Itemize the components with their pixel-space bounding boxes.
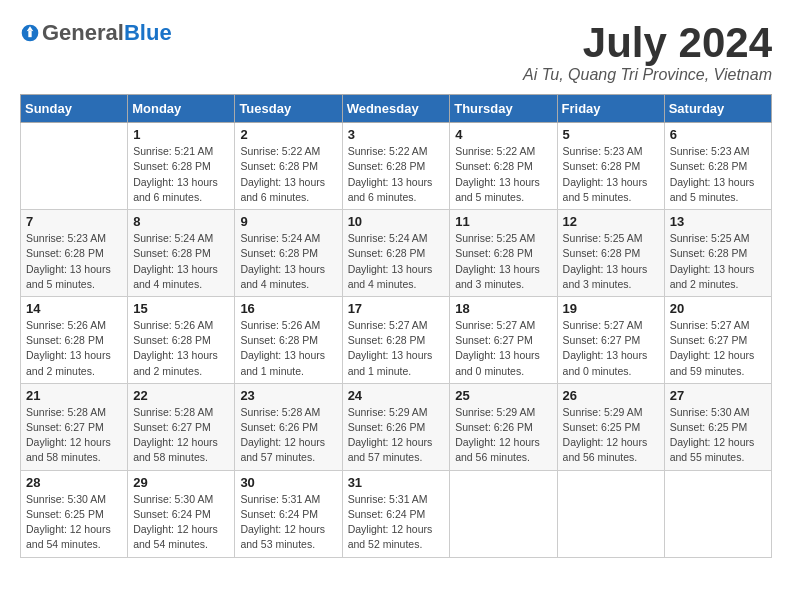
- day-info: Sunrise: 5:22 AM Sunset: 6:28 PM Dayligh…: [348, 144, 445, 205]
- day-number: 31: [348, 475, 445, 490]
- calendar-cell: 15Sunrise: 5:26 AM Sunset: 6:28 PM Dayli…: [128, 296, 235, 383]
- day-header-tuesday: Tuesday: [235, 95, 342, 123]
- calendar-week-4: 21Sunrise: 5:28 AM Sunset: 6:27 PM Dayli…: [21, 383, 772, 470]
- calendar-cell: 13Sunrise: 5:25 AM Sunset: 6:28 PM Dayli…: [664, 210, 771, 297]
- day-number: 1: [133, 127, 229, 142]
- day-info: Sunrise: 5:24 AM Sunset: 6:28 PM Dayligh…: [133, 231, 229, 292]
- location-text: Ai Tu, Quang Tri Province, Vietnam: [523, 66, 772, 84]
- logo-general-text: General: [42, 20, 124, 46]
- calendar-cell: 8Sunrise: 5:24 AM Sunset: 6:28 PM Daylig…: [128, 210, 235, 297]
- day-info: Sunrise: 5:22 AM Sunset: 6:28 PM Dayligh…: [240, 144, 336, 205]
- calendar-cell: 7Sunrise: 5:23 AM Sunset: 6:28 PM Daylig…: [21, 210, 128, 297]
- calendar-cell: 25Sunrise: 5:29 AM Sunset: 6:26 PM Dayli…: [450, 383, 557, 470]
- calendar-cell: [664, 470, 771, 557]
- day-info: Sunrise: 5:27 AM Sunset: 6:27 PM Dayligh…: [563, 318, 659, 379]
- page-header: General Blue July 2024 Ai Tu, Quang Tri …: [20, 20, 772, 84]
- day-number: 29: [133, 475, 229, 490]
- calendar-cell: 4Sunrise: 5:22 AM Sunset: 6:28 PM Daylig…: [450, 123, 557, 210]
- calendar-cell: 6Sunrise: 5:23 AM Sunset: 6:28 PM Daylig…: [664, 123, 771, 210]
- calendar-cell: 19Sunrise: 5:27 AM Sunset: 6:27 PM Dayli…: [557, 296, 664, 383]
- day-info: Sunrise: 5:29 AM Sunset: 6:26 PM Dayligh…: [455, 405, 551, 466]
- calendar-cell: 18Sunrise: 5:27 AM Sunset: 6:27 PM Dayli…: [450, 296, 557, 383]
- day-number: 28: [26, 475, 122, 490]
- day-info: Sunrise: 5:30 AM Sunset: 6:25 PM Dayligh…: [670, 405, 766, 466]
- day-number: 19: [563, 301, 659, 316]
- day-info: Sunrise: 5:25 AM Sunset: 6:28 PM Dayligh…: [455, 231, 551, 292]
- day-number: 25: [455, 388, 551, 403]
- calendar-cell: 29Sunrise: 5:30 AM Sunset: 6:24 PM Dayli…: [128, 470, 235, 557]
- calendar-cell: 24Sunrise: 5:29 AM Sunset: 6:26 PM Dayli…: [342, 383, 450, 470]
- svg-rect-1: [28, 31, 31, 38]
- day-number: 15: [133, 301, 229, 316]
- day-info: Sunrise: 5:27 AM Sunset: 6:27 PM Dayligh…: [455, 318, 551, 379]
- day-info: Sunrise: 5:28 AM Sunset: 6:26 PM Dayligh…: [240, 405, 336, 466]
- day-info: Sunrise: 5:25 AM Sunset: 6:28 PM Dayligh…: [670, 231, 766, 292]
- calendar-cell: 22Sunrise: 5:28 AM Sunset: 6:27 PM Dayli…: [128, 383, 235, 470]
- calendar-cell: 14Sunrise: 5:26 AM Sunset: 6:28 PM Dayli…: [21, 296, 128, 383]
- day-number: 8: [133, 214, 229, 229]
- calendar-cell: 3Sunrise: 5:22 AM Sunset: 6:28 PM Daylig…: [342, 123, 450, 210]
- calendar-cell: 26Sunrise: 5:29 AM Sunset: 6:25 PM Dayli…: [557, 383, 664, 470]
- calendar-week-3: 14Sunrise: 5:26 AM Sunset: 6:28 PM Dayli…: [21, 296, 772, 383]
- day-number: 10: [348, 214, 445, 229]
- calendar-cell: 11Sunrise: 5:25 AM Sunset: 6:28 PM Dayli…: [450, 210, 557, 297]
- day-info: Sunrise: 5:26 AM Sunset: 6:28 PM Dayligh…: [133, 318, 229, 379]
- day-info: Sunrise: 5:30 AM Sunset: 6:24 PM Dayligh…: [133, 492, 229, 553]
- calendar-cell: [557, 470, 664, 557]
- calendar-cell: 5Sunrise: 5:23 AM Sunset: 6:28 PM Daylig…: [557, 123, 664, 210]
- day-number: 30: [240, 475, 336, 490]
- day-info: Sunrise: 5:31 AM Sunset: 6:24 PM Dayligh…: [240, 492, 336, 553]
- day-number: 7: [26, 214, 122, 229]
- day-header-friday: Friday: [557, 95, 664, 123]
- calendar-cell: 28Sunrise: 5:30 AM Sunset: 6:25 PM Dayli…: [21, 470, 128, 557]
- day-info: Sunrise: 5:27 AM Sunset: 6:28 PM Dayligh…: [348, 318, 445, 379]
- calendar-body: 1Sunrise: 5:21 AM Sunset: 6:28 PM Daylig…: [21, 123, 772, 557]
- day-number: 23: [240, 388, 336, 403]
- day-info: Sunrise: 5:30 AM Sunset: 6:25 PM Dayligh…: [26, 492, 122, 553]
- day-number: 24: [348, 388, 445, 403]
- day-number: 2: [240, 127, 336, 142]
- calendar-cell: 30Sunrise: 5:31 AM Sunset: 6:24 PM Dayli…: [235, 470, 342, 557]
- day-info: Sunrise: 5:26 AM Sunset: 6:28 PM Dayligh…: [26, 318, 122, 379]
- day-number: 9: [240, 214, 336, 229]
- day-header-thursday: Thursday: [450, 95, 557, 123]
- day-number: 11: [455, 214, 551, 229]
- logo-blue-text: Blue: [124, 20, 172, 46]
- day-number: 16: [240, 301, 336, 316]
- day-info: Sunrise: 5:29 AM Sunset: 6:25 PM Dayligh…: [563, 405, 659, 466]
- day-number: 20: [670, 301, 766, 316]
- calendar-cell: 31Sunrise: 5:31 AM Sunset: 6:24 PM Dayli…: [342, 470, 450, 557]
- day-info: Sunrise: 5:23 AM Sunset: 6:28 PM Dayligh…: [670, 144, 766, 205]
- day-number: 27: [670, 388, 766, 403]
- calendar-cell: 27Sunrise: 5:30 AM Sunset: 6:25 PM Dayli…: [664, 383, 771, 470]
- day-info: Sunrise: 5:31 AM Sunset: 6:24 PM Dayligh…: [348, 492, 445, 553]
- calendar-cell: 10Sunrise: 5:24 AM Sunset: 6:28 PM Dayli…: [342, 210, 450, 297]
- day-number: 26: [563, 388, 659, 403]
- day-info: Sunrise: 5:21 AM Sunset: 6:28 PM Dayligh…: [133, 144, 229, 205]
- day-info: Sunrise: 5:26 AM Sunset: 6:28 PM Dayligh…: [240, 318, 336, 379]
- month-title: July 2024: [523, 20, 772, 66]
- day-info: Sunrise: 5:27 AM Sunset: 6:27 PM Dayligh…: [670, 318, 766, 379]
- calendar-cell: [450, 470, 557, 557]
- day-number: 5: [563, 127, 659, 142]
- day-info: Sunrise: 5:22 AM Sunset: 6:28 PM Dayligh…: [455, 144, 551, 205]
- day-header-saturday: Saturday: [664, 95, 771, 123]
- calendar-week-2: 7Sunrise: 5:23 AM Sunset: 6:28 PM Daylig…: [21, 210, 772, 297]
- day-info: Sunrise: 5:24 AM Sunset: 6:28 PM Dayligh…: [240, 231, 336, 292]
- day-info: Sunrise: 5:28 AM Sunset: 6:27 PM Dayligh…: [26, 405, 122, 466]
- days-header-row: SundayMondayTuesdayWednesdayThursdayFrid…: [21, 95, 772, 123]
- calendar-cell: 23Sunrise: 5:28 AM Sunset: 6:26 PM Dayli…: [235, 383, 342, 470]
- day-number: 6: [670, 127, 766, 142]
- day-info: Sunrise: 5:23 AM Sunset: 6:28 PM Dayligh…: [26, 231, 122, 292]
- day-info: Sunrise: 5:23 AM Sunset: 6:28 PM Dayligh…: [563, 144, 659, 205]
- day-header-monday: Monday: [128, 95, 235, 123]
- calendar-cell: 16Sunrise: 5:26 AM Sunset: 6:28 PM Dayli…: [235, 296, 342, 383]
- title-area: July 2024 Ai Tu, Quang Tri Province, Vie…: [523, 20, 772, 84]
- day-info: Sunrise: 5:29 AM Sunset: 6:26 PM Dayligh…: [348, 405, 445, 466]
- day-number: 13: [670, 214, 766, 229]
- calendar-cell: 20Sunrise: 5:27 AM Sunset: 6:27 PM Dayli…: [664, 296, 771, 383]
- day-number: 22: [133, 388, 229, 403]
- day-number: 18: [455, 301, 551, 316]
- day-number: 21: [26, 388, 122, 403]
- day-number: 17: [348, 301, 445, 316]
